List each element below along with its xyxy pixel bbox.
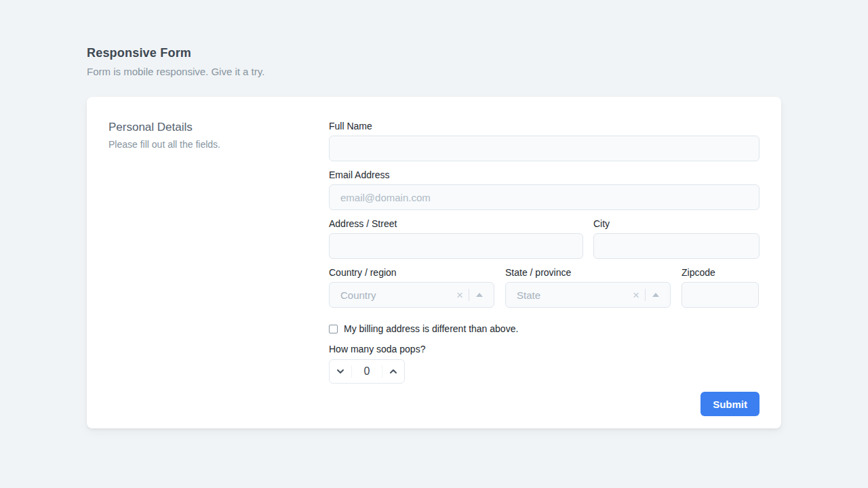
stepper-decrement-button[interactable]: [330, 360, 351, 383]
submit-row: Submit: [329, 392, 760, 416]
field-city: City: [593, 218, 760, 259]
personal-details-form: Full Name Email Address Address / Street…: [329, 121, 760, 407]
address-label: Address / Street: [329, 218, 583, 230]
billing-checkbox[interactable]: [329, 325, 338, 333]
country-label: Country / region: [329, 267, 494, 279]
section-info: Personal Details Please fill out all the…: [108, 121, 329, 407]
clear-icon[interactable]: ×: [627, 289, 645, 301]
section-subheading: Please fill out all the fields.: [108, 139, 329, 150]
city-label: City: [593, 218, 760, 230]
billing-checkbox-label: My billing address is different than abo…: [344, 323, 518, 334]
city-input[interactable]: [593, 233, 760, 259]
caret-up-icon[interactable]: [646, 293, 663, 297]
page: Responsive Form Form is mobile responsiv…: [0, 0, 868, 488]
form-card: Personal Details Please fill out all the…: [87, 97, 781, 428]
row-country-state-zip: Country / region Country × State / provi…: [329, 267, 760, 316]
clear-icon[interactable]: ×: [451, 289, 469, 301]
soda-pops-stepper: 0: [329, 359, 405, 384]
billing-checkbox-row: My billing address is different than abo…: [329, 323, 760, 334]
address-input[interactable]: [329, 233, 583, 259]
state-select-value: State: [517, 289, 627, 301]
field-state: State / province State ×: [505, 267, 671, 308]
page-title: Responsive Form: [87, 46, 868, 60]
soda-pops-label: How many soda pops?: [329, 344, 760, 355]
email-label: Email Address: [329, 169, 760, 181]
field-full-name: Full Name: [329, 121, 760, 161]
field-email: Email Address: [329, 169, 760, 210]
state-label: State / province: [505, 267, 671, 279]
chevron-up-icon: [389, 369, 397, 374]
country-select[interactable]: Country ×: [329, 282, 494, 308]
stepper-increment-button[interactable]: [382, 360, 404, 383]
chevron-down-icon: [336, 369, 344, 374]
field-zipcode: Zipcode: [682, 267, 759, 308]
state-select[interactable]: State ×: [505, 282, 671, 308]
field-soda-pops: How many soda pops? 0: [329, 344, 760, 384]
full-name-label: Full Name: [329, 121, 760, 132]
field-country: Country / region Country ×: [329, 267, 494, 308]
zipcode-label: Zipcode: [682, 267, 759, 279]
email-input[interactable]: [329, 184, 760, 210]
section-heading: Personal Details: [108, 121, 329, 134]
page-subtitle: Form is mobile responsive. Give it a try…: [87, 66, 868, 77]
row-address-city: Address / Street City: [329, 218, 760, 267]
caret-up-icon[interactable]: [469, 293, 487, 297]
page-header: Responsive Form Form is mobile responsiv…: [0, 0, 868, 77]
stepper-value: 0: [352, 360, 382, 383]
country-select-value: Country: [340, 289, 451, 301]
full-name-input[interactable]: [329, 136, 760, 161]
zipcode-input[interactable]: [682, 282, 759, 308]
field-address: Address / Street: [329, 218, 583, 259]
submit-button[interactable]: Submit: [701, 392, 760, 416]
